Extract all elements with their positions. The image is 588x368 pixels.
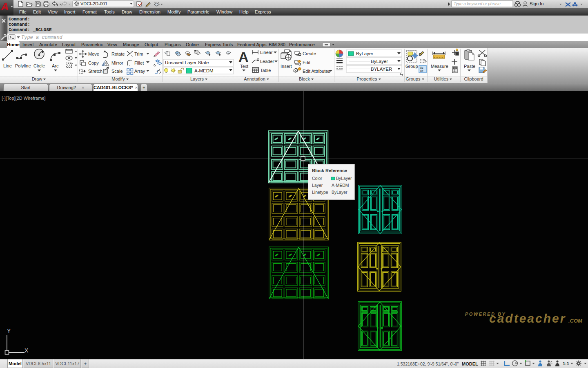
svg-text:Move: Move xyxy=(88,52,99,56)
svg-text:Mirror: Mirror xyxy=(111,61,123,65)
svg-text:Color: Color xyxy=(312,176,323,181)
svg-text:Layer: Layer xyxy=(312,183,323,188)
svg-text:ByLayer: ByLayer xyxy=(332,190,347,195)
svg-text:A-MEDM: A-MEDM xyxy=(194,68,214,73)
svg-text:1:1: 1:1 xyxy=(563,361,569,366)
svg-text:Linetype: Linetype xyxy=(312,190,328,195)
svg-text:ByLayer: ByLayer xyxy=(356,51,373,56)
svg-text:ByLayer: ByLayer xyxy=(371,59,388,64)
svg-text:X: X xyxy=(24,347,29,354)
svg-text:Edit: Edit xyxy=(303,60,310,65)
svg-text:8c: 8c xyxy=(420,66,423,69)
svg-text:Y: Y xyxy=(7,328,11,334)
svg-text:Trim: Trim xyxy=(134,52,143,56)
svg-text:Scale: Scale xyxy=(111,69,123,74)
svg-text:ByLayer: ByLayer xyxy=(336,176,352,181)
svg-text:Fillet: Fillet xyxy=(134,61,144,65)
svg-text:Unsaved Layer State: Unsaved Layer State xyxy=(165,60,209,65)
svg-text:cadteacher: cadteacher xyxy=(489,312,566,325)
svg-text:VDCI-2D-001: VDCI-2D-001 xyxy=(80,1,107,6)
svg-text:A-MEDM: A-MEDM xyxy=(332,183,349,188)
svg-text:Group: Group xyxy=(405,64,418,69)
svg-text:Measure: Measure xyxy=(431,64,448,69)
svg-text:Text: Text xyxy=(240,64,248,69)
svg-text:Block Reference: Block Reference xyxy=(312,168,347,173)
svg-text:A: A xyxy=(238,49,249,65)
svg-text:Array: Array xyxy=(134,69,145,74)
svg-text:.COM: .COM xyxy=(568,318,583,324)
svg-text:8c: 8c xyxy=(420,70,423,72)
svg-text:Table: Table xyxy=(260,68,271,73)
svg-text:Insert: Insert xyxy=(281,64,292,69)
svg-text:Line: Line xyxy=(3,63,12,68)
svg-text:Sign In: Sign In xyxy=(530,1,543,6)
svg-text:Polyline: Polyline xyxy=(15,63,31,68)
svg-text:Paste: Paste xyxy=(464,64,475,69)
svg-text:[-][Top][2D Wireframe]: [-][Top][2D Wireframe] xyxy=(2,96,46,101)
svg-text:Create: Create xyxy=(303,51,316,56)
svg-text:Edit Attributes: Edit Attributes xyxy=(303,69,330,74)
svg-text:Linear: Linear xyxy=(260,50,273,55)
svg-text:Copy: Copy xyxy=(88,61,99,65)
svg-text:Leader: Leader xyxy=(260,59,274,64)
svg-text:Circle: Circle xyxy=(33,63,45,68)
svg-text:Arc: Arc xyxy=(52,63,59,68)
svg-text:BYLAYER: BYLAYER xyxy=(371,67,392,72)
svg-text:Type a keyword or phrase: Type a keyword or phrase xyxy=(454,2,501,6)
svg-text:Stretch: Stretch xyxy=(88,69,102,74)
svg-text:Rotate: Rotate xyxy=(111,52,125,56)
